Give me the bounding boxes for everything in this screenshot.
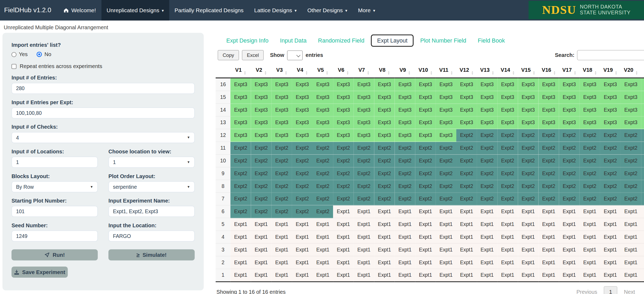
seed-input[interactable] [11, 230, 98, 242]
sort-icon[interactable]: ▲▼ [471, 71, 474, 75]
tab-input-data[interactable]: Input Data [274, 35, 312, 46]
column-header-v14[interactable]: V14▲▼ [497, 64, 518, 78]
column-header-v20[interactable]: V20▲▼ [621, 64, 641, 78]
radio-no[interactable]: No [37, 51, 51, 57]
table-cell: Expt2 [313, 205, 333, 218]
sort-icon[interactable]: ▲▼ [408, 71, 411, 75]
column-header-v11[interactable]: V11▲▼ [436, 64, 456, 78]
column-header-v12[interactable]: V12▲▼ [456, 64, 477, 78]
table-cell: Expt3 [539, 78, 559, 91]
table-cell: Expt1 [354, 231, 374, 243]
column-header-v6[interactable]: V6▲▼ [333, 64, 354, 78]
column-header-v13[interactable]: V13▲▼ [477, 64, 497, 78]
next-page-button[interactable]: Next [620, 286, 639, 294]
checks-select[interactable]: 4 ▼ [11, 132, 195, 143]
sort-icon[interactable]: ▲▼ [367, 71, 369, 75]
show-entries-select[interactable] [287, 50, 303, 60]
table-cell: Expt1 [518, 218, 538, 231]
locations-input[interactable] [11, 157, 98, 168]
table-cell: Expt2 [539, 142, 559, 154]
sort-icon[interactable]: ▲▼ [553, 71, 556, 75]
table-cell: Expt1 [600, 243, 621, 256]
nav-item-more[interactable]: More▾ [353, 0, 381, 20]
column-header-v17[interactable]: V17▲▼ [559, 64, 580, 78]
column-header-v3[interactable]: V3▲▼ [272, 64, 292, 78]
column-header-v19[interactable]: V19▲▼ [600, 64, 621, 78]
table-cell: Expt2 [497, 167, 518, 180]
search-input[interactable] [577, 50, 644, 60]
column-header-v8[interactable]: V8▲▼ [374, 64, 395, 78]
sort-icon[interactable]: ▲▼ [285, 71, 287, 75]
tab-field-book[interactable]: Field Book [472, 35, 511, 46]
sort-icon[interactable]: ▲▼ [388, 71, 390, 75]
column-header-v1[interactable]: V1▲▼ [230, 64, 251, 78]
nav-item-unreplicated-designs[interactable]: Unreplicated Designs▾ [101, 0, 169, 20]
location-name-input[interactable] [108, 230, 195, 242]
nav-item-partially-replicated-designs[interactable]: Partially Replicated Designs [169, 0, 249, 20]
table-cell: Expt1 [539, 231, 559, 243]
column-header-v18[interactable]: V18▲▼ [580, 64, 600, 78]
experiment-name-input[interactable] [108, 206, 195, 217]
column-header-v15[interactable]: V15▲▼ [518, 64, 538, 78]
column-header-v4[interactable]: V4▲▼ [292, 64, 313, 78]
sort-icon[interactable]: ▲▼ [346, 71, 349, 75]
column-header-v7[interactable]: V7▲▼ [354, 64, 374, 78]
sort-icon[interactable]: ▲▼ [264, 71, 267, 75]
table-cell-overflow [641, 91, 644, 104]
blocks-layout-select[interactable]: By Row ▼ [11, 181, 98, 192]
radio-no-circle-icon[interactable] [37, 52, 42, 57]
sort-icon[interactable]: ▲▼ [533, 71, 535, 75]
sort-icon[interactable]: ▲▼ [635, 71, 638, 75]
column-header-v16[interactable]: V16▲▼ [539, 64, 559, 78]
sort-icon[interactable]: ▲▼ [305, 71, 308, 75]
radio-yes-circle-icon[interactable] [11, 52, 17, 57]
tab-expt-design-info[interactable]: Expt Design Info [220, 35, 274, 46]
column-header-v10[interactable]: V10▲▼ [415, 64, 436, 78]
table-cell: Expt3 [292, 78, 313, 91]
column-header-v2[interactable]: V2▲▼ [251, 64, 272, 78]
column-header-v9[interactable]: V9▲▼ [395, 64, 415, 78]
run-button[interactable]: Run! [11, 249, 98, 261]
table-cell: Expt1 [600, 231, 621, 243]
repeat-entries-checkbox[interactable] [11, 64, 17, 69]
entries-input[interactable] [11, 83, 195, 94]
save-experiment-button[interactable]: Save Experiment [11, 267, 68, 278]
sort-icon[interactable]: ▲▼ [326, 71, 328, 75]
table-cell: Expt2 [477, 142, 497, 154]
table-cell: Expt3 [436, 91, 456, 104]
sort-icon[interactable]: ▲▼ [430, 71, 432, 75]
nav-item-other-designs[interactable]: Other Designs▾ [302, 0, 352, 20]
table-cell: Expt3 [497, 78, 518, 91]
tab-randomized-field[interactable]: Randomized Field [312, 35, 370, 46]
nav-item-welcome[interactable]: Welcome! [58, 0, 101, 20]
copy-button[interactable]: Copy [218, 50, 239, 60]
table-row: 16Expt3Expt3Expt3Expt3Expt3Expt3Expt3Exp… [216, 78, 644, 91]
sort-icon[interactable]: ▲▼ [492, 71, 494, 75]
excel-button[interactable]: Excel [242, 50, 264, 60]
tab-plot-number-field[interactable]: Plot Number Field [415, 35, 472, 46]
sort-icon[interactable]: ▲▼ [574, 71, 576, 75]
nav-item-lattice-designs[interactable]: Lattice Designs▾ [249, 0, 302, 20]
table-footer: Showing 1 to 16 of 16 entries Previous 1… [216, 286, 644, 294]
table-cell: Expt1 [497, 243, 518, 256]
location-view-select[interactable]: 1 ▼ [108, 157, 195, 168]
radio-yes[interactable]: Yes [11, 51, 28, 57]
sort-icon[interactable]: ▲▼ [512, 71, 515, 75]
table-cell: Expt1 [621, 218, 641, 231]
tab-expt-layout[interactable]: Expt Layout [371, 35, 413, 47]
previous-page-button[interactable]: Previous [572, 286, 601, 294]
column-header-v5[interactable]: V5▲▼ [313, 64, 333, 78]
simulate-button[interactable]: ≥ Simulate! [108, 249, 195, 261]
starting-plot-input[interactable] [11, 206, 98, 217]
page-1-button[interactable]: 1 [604, 286, 617, 294]
table-cell-overflow [641, 205, 644, 218]
entries-per-expt-input[interactable] [11, 107, 195, 119]
sort-icon[interactable]: ▲▼ [450, 71, 453, 75]
sort-icon[interactable]: ▲▼ [244, 71, 246, 75]
table-cell: Expt1 [292, 269, 313, 282]
repeat-entries-checkbox-row[interactable]: Repeat entries across experiments [11, 63, 195, 69]
table-cell: Expt3 [580, 104, 600, 116]
sort-icon[interactable]: ▲▼ [615, 71, 617, 75]
sort-icon[interactable]: ▲▼ [594, 71, 597, 75]
plot-order-select[interactable]: serpentine ▼ [108, 181, 195, 192]
